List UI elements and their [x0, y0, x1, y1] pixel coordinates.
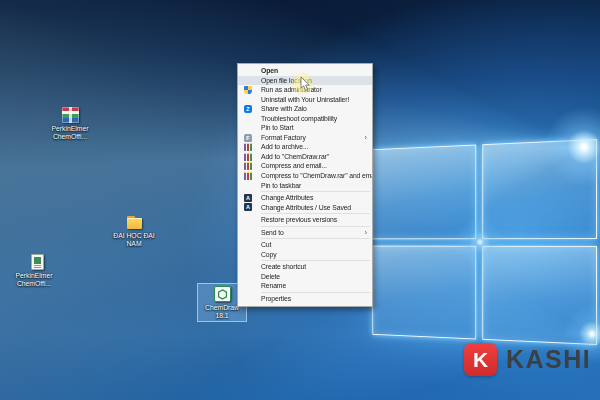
menu-item-change-attributes[interactable]: AChange Attributes [238, 193, 372, 203]
menu-item-label: Send to [261, 229, 284, 236]
menu-item-rename[interactable]: Rename [238, 281, 372, 291]
windows-logo-pane-bottom-right [482, 245, 597, 345]
chemdraw-app-icon [214, 286, 231, 302]
menu-item-compress-and-email[interactable]: Compress and email... [238, 161, 372, 171]
winrar-icon [244, 153, 252, 161]
attribute-changer-icon: A [244, 203, 252, 211]
menu-separator [261, 213, 370, 214]
menu-item-label: Format Factory [261, 134, 306, 141]
desktop-icon-chemoffice-suite[interactable]: PerkinElmerChemOffi... [38, 105, 102, 142]
desktop-icon-label: ĐẠI HỌC ĐẠI [113, 232, 155, 240]
desktop-icon-label: NAM [126, 240, 141, 248]
windows-logo [372, 139, 597, 345]
menu-item-label: Pin to Start [261, 124, 293, 131]
menu-item-label: Create shortcut [261, 263, 306, 270]
attribute-changer-icon: A [244, 194, 252, 202]
menu-item-label: Rename [261, 282, 286, 289]
menu-item-troubleshoot-compatibility[interactable]: Troubleshoot compatibility [238, 114, 372, 124]
desktop-icon-label: ChemOffi... [53, 133, 87, 141]
menu-item-properties[interactable]: Properties [238, 294, 372, 304]
menu-item-add-to-chemdraw-rar[interactable]: Add to "ChemDraw.rar" [238, 152, 372, 162]
menu-item-label: Pin to taskbar [261, 182, 301, 189]
menu-item-label: Add to "ChemDraw.rar" [261, 153, 329, 160]
menu-item-label: Copy [261, 251, 276, 258]
desktop-icon-label: PerkinElmer [15, 272, 52, 280]
menu-item-label: Troubleshoot compatibility [261, 115, 337, 122]
menu-item-label: Properties [261, 295, 291, 302]
menu-item-label: Change Attributes / Use Saved [261, 204, 351, 211]
menu-item-label: Compress to "ChemDraw.rar" and email [261, 172, 372, 179]
menu-item-label: Cut [261, 241, 271, 248]
winrar-icon [244, 172, 252, 180]
menu-item-label: Share with Zalo [261, 105, 307, 112]
menu-item-restore-previous-versions[interactable]: Restore previous versions [238, 215, 372, 225]
uac-shield-icon [244, 86, 252, 94]
submenu-arrow-icon: › [365, 228, 367, 238]
menu-item-cut[interactable]: Cut [238, 240, 372, 250]
menu-separator [261, 191, 370, 192]
kashi-watermark: K KASHI [464, 343, 591, 376]
submenu-arrow-icon: › [365, 133, 367, 143]
menu-item-send-to[interactable]: Send to› [238, 228, 372, 238]
menu-item-label: Compress and email... [261, 162, 327, 169]
windows-logo-pane-top-left [372, 145, 475, 239]
desktop-icon-folder[interactable]: ĐẠI HỌC ĐẠINAM [102, 212, 166, 249]
desktop-icon-label: PerkinElmer [51, 125, 88, 133]
menu-item-label: Delete [261, 273, 280, 280]
menu-item-create-shortcut[interactable]: Create shortcut [238, 262, 372, 272]
menu-item-compress-to-chemdraw-rar-and-email[interactable]: Compress to "ChemDraw.rar" and email [238, 171, 372, 181]
menu-item-label: Add to archive... [261, 143, 308, 150]
zalo-icon: Z [244, 105, 252, 113]
menu-item-pin-to-taskbar[interactable]: Pin to taskbar [238, 181, 372, 191]
mouse-cursor-icon [300, 77, 312, 92]
menu-item-delete[interactable]: Delete [238, 272, 372, 282]
kashi-logo-icon: K [464, 343, 497, 376]
desktop-icon-document[interactable]: PerkinElmerChemOffi... [2, 252, 66, 289]
menu-separator [261, 260, 370, 261]
desktop-icon-label: ChemDraw [205, 304, 239, 312]
document-icon [31, 254, 44, 270]
desktop-icon-label: ChemOffi... [17, 280, 51, 288]
menu-item-label: Uninstall with Your Uninstaller! [261, 96, 349, 103]
kashi-brand-text: KASHI [506, 345, 591, 374]
menu-item-format-factory[interactable]: FFormat Factory› [238, 133, 372, 143]
winrar-icon [244, 162, 252, 170]
winrar-icon [244, 143, 252, 151]
format-factory-icon: F [244, 134, 252, 142]
menu-item-label: Change Attributes [261, 194, 313, 201]
menu-separator [261, 292, 370, 293]
context-menu: OpenOpen file locationRun as administrat… [237, 63, 373, 307]
menu-item-copy[interactable]: Copy [238, 250, 372, 260]
windows-logo-pane-top-right [482, 139, 597, 239]
folder-icon [126, 214, 143, 230]
menu-item-label: Restore previous versions [261, 216, 337, 223]
menu-item-share-with-zalo[interactable]: ZShare with Zalo [238, 104, 372, 114]
windows-logo-pane-bottom-left [372, 245, 475, 339]
menu-item-uninstall-with-your-uninstaller[interactable]: Uninstall with Your Uninstaller! [238, 95, 372, 105]
menu-item-pin-to-start[interactable]: Pin to Start [238, 123, 372, 133]
desktop-icon-label: 18.1 [215, 312, 228, 320]
menu-item-add-to-archive[interactable]: Add to archive... [238, 142, 372, 152]
menu-item-label: Open [261, 67, 278, 74]
menu-item-change-attributes-use-saved[interactable]: AChange Attributes / Use Saved [238, 203, 372, 213]
menu-separator [261, 226, 370, 227]
menu-separator [261, 238, 370, 239]
chemoffice-suite-icon [62, 107, 79, 123]
